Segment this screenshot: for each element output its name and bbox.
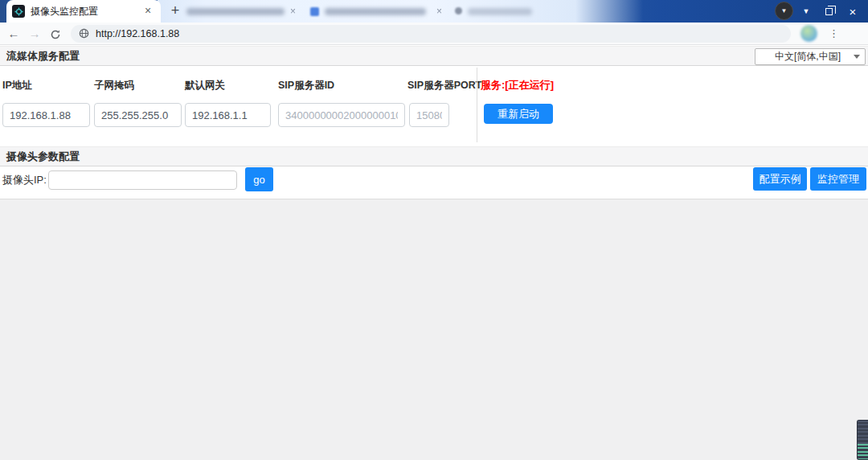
back-icon[interactable]: ← <box>3 27 24 40</box>
censored-tab[interactable] <box>468 8 532 15</box>
globe-icon <box>79 28 89 39</box>
language-select[interactable]: 中文[简体,中国] <box>755 48 866 65</box>
go-button[interactable]: go <box>245 167 273 191</box>
censored-tab[interactable] <box>325 8 426 15</box>
gateway-label: 默认网关 <box>185 79 225 92</box>
window-restore-button[interactable] <box>817 0 841 23</box>
camera-ip-label: 摄像头IP: <box>2 173 47 187</box>
new-tab-button[interactable]: + <box>166 2 185 20</box>
streaming-section-header: 流媒体服务配置 中文[简体,中国] <box>0 46 868 66</box>
forward-icon[interactable]: → <box>24 27 45 40</box>
subnet-mask-input[interactable] <box>94 103 182 127</box>
browser-menu-icon[interactable]: ⋮ <box>829 27 839 39</box>
window-minimize-button[interactable]: ▼ <box>794 0 818 23</box>
profile-avatar[interactable] <box>800 25 817 42</box>
browser-toolbar: ← → http://192.168.1.88 ⋮ <box>0 23 868 45</box>
close-icon[interactable]: × <box>290 6 296 17</box>
vertical-divider <box>477 68 477 142</box>
close-icon[interactable]: × <box>436 6 442 17</box>
reload-icon[interactable] <box>45 27 66 40</box>
browser-tab-active[interactable]: 摄像头监控配置 × <box>6 0 161 23</box>
censored-tab-favicon <box>310 7 319 16</box>
window-titlebar: × × 摄像头监控配置 × + ▼ ▼ × <box>0 0 868 23</box>
language-selected-value: 中文[简体,中国] <box>762 50 854 64</box>
content-panel <box>0 199 868 460</box>
corner-widget-overlay[interactable] <box>857 420 868 460</box>
censored-tab-favicon <box>455 7 462 14</box>
camera-section-header: 摄像头参数配置 <box>0 146 868 166</box>
address-bar[interactable]: http://192.168.1.88 <box>71 25 791 43</box>
chevron-down-icon <box>854 55 860 59</box>
subnet-mask-label: 子网掩码 <box>94 79 134 92</box>
camera-ip-input[interactable] <box>48 170 237 190</box>
widget-stripes-green <box>858 444 868 460</box>
browser-update-icon[interactable]: ▼ <box>775 2 793 20</box>
tab-favicon-icon <box>12 5 25 18</box>
restore-icon <box>825 8 833 15</box>
sip-server-port-input[interactable] <box>409 103 449 127</box>
monitor-manage-button[interactable]: 监控管理 <box>810 167 866 191</box>
url-text: http://192.168.1.88 <box>96 28 179 39</box>
config-example-button[interactable]: 配置示例 <box>753 167 807 191</box>
gateway-input[interactable] <box>185 103 271 127</box>
streaming-section-title: 流媒体服务配置 <box>0 47 80 66</box>
censored-tab[interactable] <box>186 8 285 15</box>
tab-title: 摄像头监控配置 <box>31 5 141 18</box>
censored-tabs-area: × × <box>158 0 643 23</box>
ip-address-label: IP地址 <box>2 79 32 92</box>
page-content: 流媒体服务配置 中文[简体,中国] IP地址 子网掩码 默认网关 SIP服务器I… <box>0 45 868 460</box>
tab-close-icon[interactable]: × <box>141 5 154 18</box>
window-close-button[interactable]: × <box>841 0 865 23</box>
restart-service-button[interactable]: 重新启动 <box>484 104 553 124</box>
ip-address-input[interactable] <box>2 103 90 127</box>
sip-server-id-input[interactable] <box>278 103 405 127</box>
camera-section-title: 摄像头参数配置 <box>0 147 80 166</box>
service-status-text: 服务:[正在运行] <box>481 78 554 92</box>
sip-server-port-label: SIP服务器PORT <box>407 79 481 92</box>
widget-stripes-gray <box>858 421 868 444</box>
sip-server-id-label: SIP服务器ID <box>278 79 334 92</box>
